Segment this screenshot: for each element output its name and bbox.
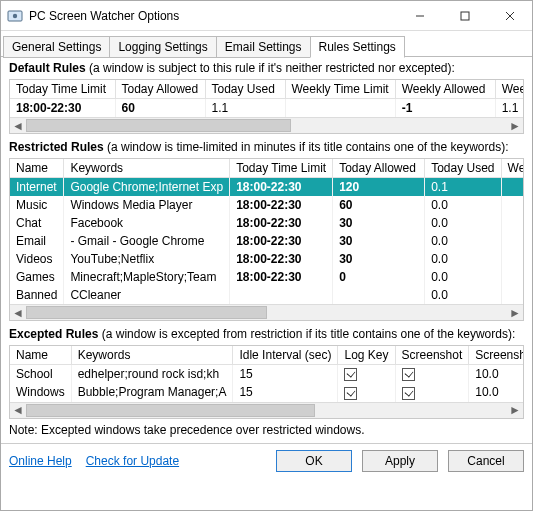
- cell: 18:00-22:30: [230, 214, 333, 232]
- scroll-left-icon[interactable]: ◄: [10, 403, 26, 418]
- scroll-right-icon[interactable]: ►: [507, 118, 523, 133]
- default-rules-section: Default Rules (a window is subject to th…: [1, 57, 532, 136]
- cell: [501, 268, 523, 286]
- col-header[interactable]: Today Time Limit: [10, 80, 115, 99]
- excepted-rules-title: Excepted Rules (a window is excepted fro…: [9, 327, 524, 341]
- svg-point-1: [13, 13, 17, 17]
- col-header[interactable]: Keywords: [64, 159, 230, 178]
- scroll-right-icon[interactable]: ►: [507, 305, 523, 320]
- checkbox[interactable]: [402, 387, 415, 400]
- table-row[interactable]: BannedCCleaner0.0: [10, 286, 523, 304]
- checkbox[interactable]: [344, 387, 357, 400]
- col-header[interactable]: Screenshot: [395, 346, 469, 365]
- scroll-left-icon[interactable]: ◄: [10, 118, 26, 133]
- tab-strip: General Settings Logging Settings Email …: [1, 31, 532, 57]
- horizontal-scrollbar[interactable]: ◄ ►: [10, 304, 523, 320]
- tab-rules[interactable]: Rules Settings: [310, 36, 405, 58]
- cell: 0.0: [425, 214, 501, 232]
- app-icon: [7, 8, 23, 24]
- cell: [501, 286, 523, 304]
- col-header[interactable]: Today Used: [205, 80, 285, 99]
- cell: [395, 383, 469, 401]
- online-help-link[interactable]: Online Help: [9, 454, 72, 468]
- default-rules-desc: (a window is subject to this rule if it'…: [86, 61, 455, 75]
- col-header[interactable]: Name: [10, 159, 64, 178]
- default-rules-title: Default Rules (a window is subject to th…: [9, 61, 524, 75]
- cell: Chat: [10, 214, 64, 232]
- horizontal-scrollbar[interactable]: ◄ ►: [10, 117, 523, 133]
- horizontal-scrollbar[interactable]: ◄ ►: [10, 402, 523, 418]
- svg-rect-3: [461, 12, 469, 20]
- cell: 18:00-22:30: [230, 196, 333, 214]
- scroll-right-icon[interactable]: ►: [507, 403, 523, 418]
- cell: CCleaner: [64, 286, 230, 304]
- cell: [285, 99, 395, 118]
- cell: Windows: [10, 383, 71, 401]
- cell: 0.0: [425, 196, 501, 214]
- col-header[interactable]: Weekly Ti: [501, 159, 523, 178]
- col-header[interactable]: Idle Interval (sec): [233, 346, 338, 365]
- cell: 0.0: [425, 286, 501, 304]
- table-row[interactable]: GamesMinecraft;MapleStory;Team18:00-22:3…: [10, 268, 523, 286]
- table-row[interactable]: InternetGoogle Chrome;Internet Exp18:00-…: [10, 178, 523, 197]
- cell: 18:00-22:30: [10, 99, 115, 118]
- cell: 18:00-22:30: [230, 250, 333, 268]
- excepted-rules-grid[interactable]: Name Keywords Idle Interval (sec) Log Ke…: [9, 345, 524, 419]
- cell: 10.0: [469, 365, 523, 384]
- col-header[interactable]: Screenshot Inter: [469, 346, 523, 365]
- cell: 60: [333, 196, 425, 214]
- scroll-left-icon[interactable]: ◄: [10, 305, 26, 320]
- cell: Windows Media Player: [64, 196, 230, 214]
- col-header[interactable]: Today Used: [425, 159, 501, 178]
- cell: 60: [115, 99, 205, 118]
- col-header[interactable]: Today Allowed: [115, 80, 205, 99]
- col-header[interactable]: Weekly Time Limit: [285, 80, 395, 99]
- col-header[interactable]: Log Key: [338, 346, 395, 365]
- cell: [333, 286, 425, 304]
- checkbox[interactable]: [402, 368, 415, 381]
- col-header[interactable]: Keywords: [71, 346, 233, 365]
- table-row[interactable]: VideosYouTube;Netflix18:00-22:30300.0: [10, 250, 523, 268]
- col-header[interactable]: Weekly Allowed: [395, 80, 495, 99]
- cell: 15: [233, 365, 338, 384]
- cell: [338, 383, 395, 401]
- cell: School: [10, 365, 71, 384]
- restricted-rules-title: Restricted Rules (a window is time-limit…: [9, 140, 524, 154]
- cell: [501, 178, 523, 197]
- cell: Games: [10, 268, 64, 286]
- cell: YouTube;Netflix: [64, 250, 230, 268]
- tab-email[interactable]: Email Settings: [216, 36, 311, 58]
- col-header[interactable]: Today Time Limit: [230, 159, 333, 178]
- check-update-link[interactable]: Check for Update: [86, 454, 179, 468]
- cell: 18:00-22:30: [230, 232, 333, 250]
- cell: 18:00-22:30: [230, 178, 333, 197]
- col-header[interactable]: Weekly U: [495, 80, 523, 99]
- cell: Email: [10, 232, 64, 250]
- minimize-button[interactable]: [397, 1, 442, 30]
- default-rules-grid[interactable]: Today Time Limit Today Allowed Today Use…: [9, 79, 524, 134]
- table-row[interactable]: Email- Gmail - Google Chrome18:00-22:303…: [10, 232, 523, 250]
- cell: Music: [10, 196, 64, 214]
- cell: 30: [333, 214, 425, 232]
- table-row[interactable]: Schooledhelper;round rock isd;kh1510.0: [10, 365, 523, 384]
- table-row[interactable]: WindowsBubble;Program Manager;A1510.0: [10, 383, 523, 401]
- checkbox[interactable]: [344, 368, 357, 381]
- col-header[interactable]: Name: [10, 346, 71, 365]
- close-button[interactable]: [487, 1, 532, 30]
- table-row[interactable]: MusicWindows Media Player18:00-22:30600.…: [10, 196, 523, 214]
- restricted-rules-grid[interactable]: Name Keywords Today Time Limit Today All…: [9, 158, 524, 321]
- tab-logging[interactable]: Logging Settings: [109, 36, 216, 58]
- col-header[interactable]: Today Allowed: [333, 159, 425, 178]
- cell: 30: [333, 232, 425, 250]
- table-row[interactable]: ChatFacebook18:00-22:30300.0: [10, 214, 523, 232]
- apply-button[interactable]: Apply: [362, 450, 438, 472]
- table-row[interactable]: 18:00-22:30 60 1.1 -1 1.1: [10, 99, 523, 118]
- cell: [395, 365, 469, 384]
- cell: 1.1: [205, 99, 285, 118]
- cell: 30: [333, 250, 425, 268]
- maximize-button[interactable]: [442, 1, 487, 30]
- cancel-button[interactable]: Cancel: [448, 450, 524, 472]
- tab-general[interactable]: General Settings: [3, 36, 110, 58]
- cell: 0.1: [425, 178, 501, 197]
- ok-button[interactable]: OK: [276, 450, 352, 472]
